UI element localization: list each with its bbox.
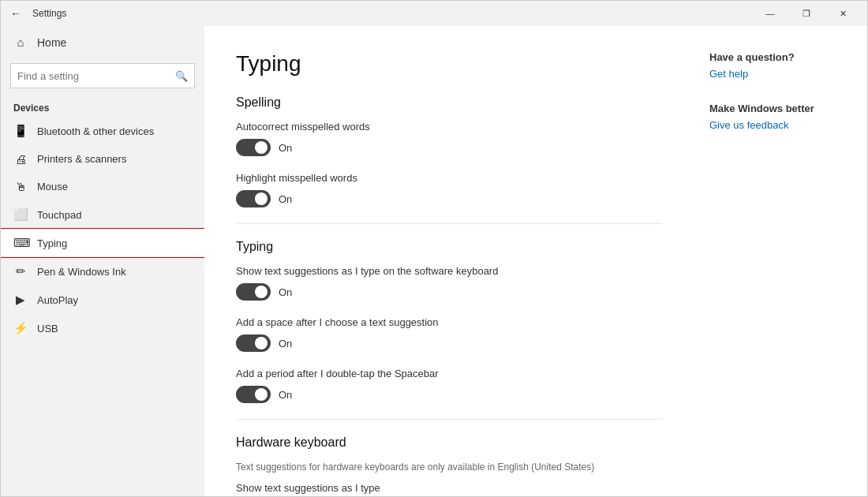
divider-1 [236,223,662,224]
spelling-section: Spelling Autocorrect misspelled words On… [236,95,662,207]
sidebar-item-autoplay[interactable]: ▶ AutoPlay [1,286,204,314]
search-input[interactable] [17,70,175,82]
highlight-toggle[interactable] [236,190,271,207]
sidebar-section-label: Devices [1,96,204,117]
hardware-text-suggestions-label: Show text suggestions as I type [236,482,662,494]
hardware-keyboard-title: Hardware keyboard [236,435,662,450]
sidebar-item-label: USB [37,323,58,334]
main-content: Typing Spelling Autocorrect misspelled w… [204,26,694,496]
space-after-suggestion-setting: Add a space after I choose a text sugges… [236,316,662,352]
spelling-section-title: Spelling [236,95,662,110]
search-icon: 🔍 [175,70,188,82]
help-section: Have a question? Get help [709,51,851,80]
space-after-suggestion-toggle-label: On [279,338,292,349]
autocorrect-setting: Autocorrect misspelled words On [236,121,662,156]
sidebar-item-typing[interactable]: ⌨ Typing [1,229,204,257]
highlight-label: Highlight misspelled words [236,172,662,184]
sidebar-home-label: Home [37,36,66,49]
sidebar-item-label: AutoPlay [37,294,78,306]
sidebar-item-label: Bluetooth & other devices [37,125,154,137]
settings-window: ← Settings — ❐ ✕ ⌂ Home 🔍 Devices 📱 Blu [0,0,868,497]
autoplay-icon: ▶ [13,293,28,307]
divider-2 [236,419,662,420]
sidebar-item-label: Typing [37,237,67,249]
sidebar: ⌂ Home 🔍 Devices 📱 Bluetooth & other dev… [1,26,204,496]
hardware-keyboard-section: Hardware keyboard Text suggestions for h… [236,435,662,496]
text-suggestions-toggle[interactable] [236,283,271,301]
mouse-icon: 🖱 [13,180,28,193]
home-icon: ⌂ [13,36,28,49]
sidebar-item-label: Mouse [37,181,68,192]
space-after-suggestion-label: Add a space after I choose a text sugges… [236,316,662,328]
text-suggestions-label: Show text suggestions as I type on the s… [236,265,662,277]
sidebar-item-bluetooth[interactable]: 📱 Bluetooth & other devices [1,117,204,145]
minimize-button[interactable]: — [752,1,788,26]
autocorrect-toggle[interactable] [236,139,271,156]
close-button[interactable]: ✕ [825,1,861,26]
titlebar-title: Settings [32,8,66,19]
space-after-suggestion-toggle-row: On [236,334,662,352]
titlebar: ← Settings — ❐ ✕ [1,1,867,26]
sidebar-item-label: Pen & Windows Ink [37,266,126,278]
sidebar-item-pen[interactable]: ✏ Pen & Windows Ink [1,257,204,286]
sidebar-item-label: Touchpad [37,209,81,221]
printer-icon: 🖨 [13,152,28,166]
touchpad-icon: ⬜ [13,207,28,222]
content-with-right: Typing Spelling Autocorrect misspelled w… [204,26,867,496]
back-button[interactable]: ← [7,7,24,20]
highlight-setting: Highlight misspelled words On [236,172,662,207]
page-title: Typing [236,51,662,77]
hardware-text-suggestions-setting: Show text suggestions as I type Off [236,482,662,496]
period-spacebar-setting: Add a period after I double-tap the Spac… [236,368,662,403]
pen-icon: ✏ [13,264,28,278]
typing-icon: ⌨ [13,236,28,250]
text-suggestions-toggle-row: On [236,283,662,301]
sidebar-item-mouse[interactable]: 🖱 Mouse [1,173,204,200]
hardware-keyboard-description: Text suggestions for hardware keyboards … [236,461,662,474]
maximize-button[interactable]: ❐ [788,1,825,26]
autocorrect-label: Autocorrect misspelled words [236,121,662,133]
autocorrect-toggle-label: On [279,142,292,154]
period-spacebar-toggle-label: On [279,389,292,401]
sidebar-item-printers[interactable]: 🖨 Printers & scanners [1,145,204,173]
right-panel: Have a question? Get help Make Windows b… [694,26,867,496]
sidebar-item-label: Printers & scanners [37,153,126,165]
feedback-section: Make Windows better Give us feedback [709,103,851,132]
content-area: ⌂ Home 🔍 Devices 📱 Bluetooth & other dev… [1,26,867,496]
sidebar-item-touchpad[interactable]: ⬜ Touchpad [1,200,204,229]
get-help-link[interactable]: Get help [709,68,748,80]
usb-icon: ⚡ [13,321,28,335]
feedback-link[interactable]: Give us feedback [709,119,788,131]
space-after-suggestion-toggle[interactable] [236,334,271,352]
sidebar-item-usb[interactable]: ⚡ USB [1,314,204,342]
typing-section-title: Typing [236,240,662,254]
help-title: Have a question? [709,51,851,63]
highlight-toggle-row: On [236,190,662,207]
period-spacebar-toggle-row: On [236,386,662,403]
period-spacebar-label: Add a period after I double-tap the Spac… [236,368,662,379]
text-suggestions-toggle-label: On [279,286,292,298]
feedback-title: Make Windows better [709,103,851,114]
search-box[interactable]: 🔍 [10,63,195,88]
titlebar-left: ← Settings [7,7,66,20]
typing-section: Typing Show text suggestions as I type o… [236,240,662,403]
titlebar-controls: — ❐ ✕ [752,1,861,26]
highlight-toggle-label: On [279,193,292,205]
period-spacebar-toggle[interactable] [236,386,271,403]
sidebar-item-home[interactable]: ⌂ Home [1,26,204,58]
autocorrect-toggle-row: On [236,139,662,156]
text-suggestions-setting: Show text suggestions as I type on the s… [236,265,662,301]
bluetooth-icon: 📱 [13,124,28,138]
